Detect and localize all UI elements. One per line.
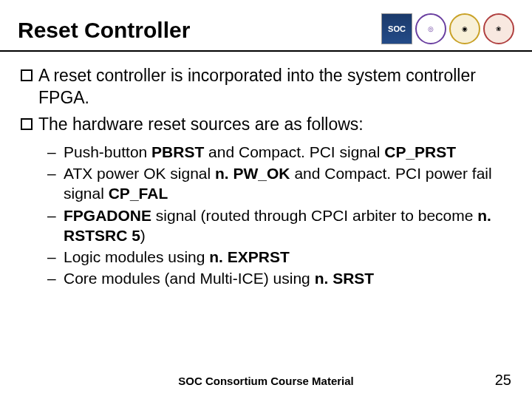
square-bullet-icon: [21, 118, 33, 130]
sub-bullet-item: –Push-button PBRST and Compact. PCI sign…: [47, 142, 511, 162]
logo-soc: SOC: [381, 13, 412, 44]
sub-bullet-text: Logic modules using n. EXPRST: [64, 247, 511, 267]
logo-institution-3: ❀: [483, 13, 514, 44]
slide-body: A reset controller is incorporated into …: [0, 52, 532, 289]
sub-bullet-text: FPGADONE signal (routed through CPCI arb…: [64, 205, 511, 246]
bullet-item: A reset controller is incorporated into …: [21, 65, 511, 109]
sub-bullet-item: –Logic modules using n. EXPRST: [47, 247, 511, 267]
square-bullet-icon: [21, 69, 33, 81]
bullet-text: The hardware reset sources are as follow…: [38, 114, 511, 136]
dash-bullet-icon: –: [47, 163, 64, 204]
sub-bullet-item: –FPGADONE signal (routed through CPCI ar…: [47, 205, 511, 246]
logo-row: SOC ◎ ◉ ❀: [381, 13, 514, 44]
dash-bullet-icon: –: [47, 205, 64, 246]
page-number: 25: [495, 372, 511, 389]
slide-header: Reset Controller SOC ◎ ◉ ❀: [0, 0, 532, 52]
bullet-text: A reset controller is incorporated into …: [38, 65, 511, 109]
dash-bullet-icon: –: [47, 142, 64, 162]
footer-text: SOC Consortium Course Material: [0, 375, 532, 387]
bullet-item: The hardware reset sources are as follow…: [21, 114, 511, 136]
logo-institution-2: ◉: [449, 13, 480, 44]
sub-bullet-text: Push-button PBRST and Compact. PCI signa…: [64, 142, 511, 162]
sub-bullet-item: –ATX power OK signal n. PW_OK and Compac…: [47, 163, 511, 204]
sub-bullet-text: ATX power OK signal n. PW_OK and Compact…: [64, 163, 511, 204]
sub-bullet-text: Core modules (and Multi-ICE) using n. SR…: [64, 268, 511, 288]
logo-institution-1: ◎: [415, 13, 446, 44]
sub-bullet-item: –Core modules (and Multi-ICE) using n. S…: [47, 268, 511, 288]
dash-bullet-icon: –: [47, 247, 64, 267]
slide-title: Reset Controller: [18, 13, 381, 43]
dash-bullet-icon: –: [47, 268, 64, 288]
